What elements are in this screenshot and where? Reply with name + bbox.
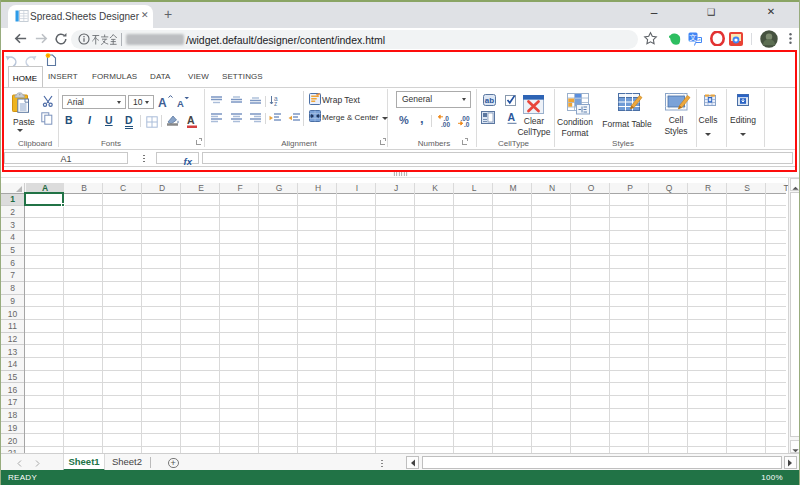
svg-text:A: A: [158, 96, 167, 109]
svg-text:.0: .0: [464, 121, 470, 127]
svg-text:fx: fx: [184, 156, 193, 167]
svg-text:G: G: [696, 36, 701, 42]
svg-text:.00: .00: [441, 121, 450, 127]
svg-text:z: z: [274, 100, 277, 106]
svg-text:ab: ab: [485, 96, 494, 105]
svg-text:A: A: [508, 111, 516, 123]
svg-text:A: A: [177, 98, 184, 109]
svg-text:A: A: [187, 114, 195, 126]
